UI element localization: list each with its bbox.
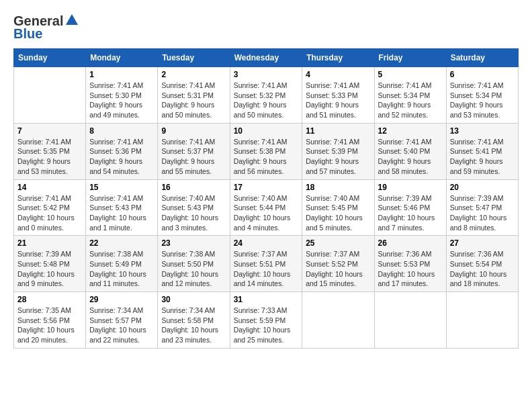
week-row-4: 21Sunrise: 7:39 AMSunset: 5:48 PMDayligh… <box>14 236 519 292</box>
day-number: 18 <box>306 183 370 192</box>
day-info: Sunrise: 7:38 AMSunset: 5:50 PMDaylight:… <box>161 249 226 289</box>
day-number: 4 <box>306 70 370 79</box>
day-cell: 16Sunrise: 7:40 AMSunset: 5:43 PMDayligh… <box>158 179 230 236</box>
day-cell: 19Sunrise: 7:39 AMSunset: 5:46 PMDayligh… <box>374 179 446 236</box>
day-cell: 30Sunrise: 7:34 AMSunset: 5:58 PMDayligh… <box>158 292 230 349</box>
day-number: 30 <box>161 295 226 304</box>
day-info: Sunrise: 7:34 AMSunset: 5:57 PMDaylight:… <box>89 306 154 345</box>
day-number: 31 <box>234 295 299 304</box>
day-number: 17 <box>234 183 299 192</box>
day-info: Sunrise: 7:34 AMSunset: 5:58 PMDaylight:… <box>161 306 226 345</box>
day-number: 11 <box>306 126 370 136</box>
day-cell: 7Sunrise: 7:41 AMSunset: 5:35 PMDaylight… <box>14 123 86 179</box>
day-number: 26 <box>378 238 443 248</box>
day-info: Sunrise: 7:40 AMSunset: 5:44 PMDaylight:… <box>234 193 299 233</box>
day-cell: 3Sunrise: 7:41 AMSunset: 5:32 PMDaylight… <box>230 67 302 124</box>
day-cell: 21Sunrise: 7:39 AMSunset: 5:48 PMDayligh… <box>14 236 86 292</box>
day-info: Sunrise: 7:41 AMSunset: 5:38 PMDaylight:… <box>234 137 299 177</box>
day-info: Sunrise: 7:39 AMSunset: 5:47 PMDaylight:… <box>450 193 515 233</box>
day-info: Sunrise: 7:39 AMSunset: 5:48 PMDaylight:… <box>17 249 82 289</box>
day-number: 27 <box>450 238 515 248</box>
day-info: Sunrise: 7:41 AMSunset: 5:42 PMDaylight:… <box>17 193 82 233</box>
day-cell: 25Sunrise: 7:37 AMSunset: 5:52 PMDayligh… <box>302 236 374 292</box>
day-number: 6 <box>450 70 515 79</box>
header-sunday: Sunday <box>14 49 86 67</box>
day-info: Sunrise: 7:41 AMSunset: 5:36 PMDaylight:… <box>89 137 154 177</box>
day-number: 13 <box>450 126 515 136</box>
logo-icon <box>64 13 79 28</box>
week-row-3: 14Sunrise: 7:41 AMSunset: 5:42 PMDayligh… <box>14 179 519 236</box>
day-cell: 10Sunrise: 7:41 AMSunset: 5:38 PMDayligh… <box>230 123 302 179</box>
header-thursday: Thursday <box>302 49 374 67</box>
logo: General Blue <box>13 13 79 42</box>
day-number: 3 <box>234 70 299 79</box>
day-cell: 29Sunrise: 7:34 AMSunset: 5:57 PMDayligh… <box>86 292 158 349</box>
day-number: 1 <box>89 70 154 79</box>
day-info: Sunrise: 7:40 AMSunset: 5:43 PMDaylight:… <box>161 193 226 233</box>
day-number: 19 <box>378 183 443 192</box>
day-info: Sunrise: 7:41 AMSunset: 5:34 PMDaylight:… <box>378 81 443 120</box>
day-info: Sunrise: 7:33 AMSunset: 5:59 PMDaylight:… <box>234 306 299 345</box>
day-number: 12 <box>378 126 443 136</box>
day-cell: 4Sunrise: 7:41 AMSunset: 5:33 PMDaylight… <box>302 67 374 124</box>
day-number: 28 <box>17 295 82 304</box>
header-monday: Monday <box>86 49 158 67</box>
day-info: Sunrise: 7:37 AMSunset: 5:51 PMDaylight:… <box>234 249 299 289</box>
calendar-table: SundayMondayTuesdayWednesdayThursdayFrid… <box>13 48 519 349</box>
day-cell: 9Sunrise: 7:41 AMSunset: 5:37 PMDaylight… <box>158 123 230 179</box>
week-row-5: 28Sunrise: 7:35 AMSunset: 5:56 PMDayligh… <box>14 292 519 349</box>
day-number: 22 <box>89 238 154 248</box>
week-row-1: 1Sunrise: 7:41 AMSunset: 5:30 PMDaylight… <box>14 67 519 124</box>
day-number: 7 <box>17 126 82 136</box>
day-number: 8 <box>89 126 154 136</box>
day-cell: 28Sunrise: 7:35 AMSunset: 5:56 PMDayligh… <box>14 292 86 349</box>
day-cell: 8Sunrise: 7:41 AMSunset: 5:36 PMDaylight… <box>86 123 158 179</box>
day-info: Sunrise: 7:39 AMSunset: 5:46 PMDaylight:… <box>378 193 443 233</box>
day-number: 21 <box>17 238 82 248</box>
header-friday: Friday <box>374 49 446 67</box>
day-cell: 17Sunrise: 7:40 AMSunset: 5:44 PMDayligh… <box>230 179 302 236</box>
day-number: 29 <box>89 295 154 304</box>
day-cell: 20Sunrise: 7:39 AMSunset: 5:47 PMDayligh… <box>446 179 518 236</box>
day-number: 25 <box>306 238 370 248</box>
day-number: 15 <box>89 183 154 192</box>
day-info: Sunrise: 7:41 AMSunset: 5:35 PMDaylight:… <box>17 137 82 177</box>
day-cell: 6Sunrise: 7:41 AMSunset: 5:34 PMDaylight… <box>446 67 518 124</box>
day-number: 5 <box>378 70 443 79</box>
day-info: Sunrise: 7:41 AMSunset: 5:31 PMDaylight:… <box>161 81 226 120</box>
day-info: Sunrise: 7:41 AMSunset: 5:41 PMDaylight:… <box>450 137 515 177</box>
day-info: Sunrise: 7:41 AMSunset: 5:43 PMDaylight:… <box>89 193 154 233</box>
day-number: 16 <box>161 183 226 192</box>
day-cell: 13Sunrise: 7:41 AMSunset: 5:41 PMDayligh… <box>446 123 518 179</box>
day-info: Sunrise: 7:41 AMSunset: 5:39 PMDaylight:… <box>306 137 370 177</box>
day-cell: 31Sunrise: 7:33 AMSunset: 5:59 PMDayligh… <box>230 292 302 349</box>
page-header: General Blue <box>13 13 519 42</box>
day-info: Sunrise: 7:41 AMSunset: 5:40 PMDaylight:… <box>378 137 443 177</box>
header-tuesday: Tuesday <box>158 49 230 67</box>
day-info: Sunrise: 7:35 AMSunset: 5:56 PMDaylight:… <box>17 306 82 345</box>
day-number: 20 <box>450 183 515 192</box>
day-info: Sunrise: 7:36 AMSunset: 5:53 PMDaylight:… <box>378 249 443 289</box>
day-info: Sunrise: 7:41 AMSunset: 5:30 PMDaylight:… <box>89 81 154 120</box>
day-cell: 26Sunrise: 7:36 AMSunset: 5:53 PMDayligh… <box>374 236 446 292</box>
day-cell <box>302 292 374 349</box>
day-cell: 23Sunrise: 7:38 AMSunset: 5:50 PMDayligh… <box>158 236 230 292</box>
header-saturday: Saturday <box>446 49 518 67</box>
day-cell <box>14 67 86 124</box>
day-info: Sunrise: 7:41 AMSunset: 5:37 PMDaylight:… <box>161 137 226 177</box>
day-number: 2 <box>161 70 226 79</box>
day-info: Sunrise: 7:38 AMSunset: 5:49 PMDaylight:… <box>89 249 154 289</box>
calendar-header-row: SundayMondayTuesdayWednesdayThursdayFrid… <box>14 49 519 67</box>
day-cell: 5Sunrise: 7:41 AMSunset: 5:34 PMDaylight… <box>374 67 446 124</box>
day-number: 23 <box>161 238 226 248</box>
day-cell <box>446 292 518 349</box>
week-row-2: 7Sunrise: 7:41 AMSunset: 5:35 PMDaylight… <box>14 123 519 179</box>
day-info: Sunrise: 7:37 AMSunset: 5:52 PMDaylight:… <box>306 249 370 289</box>
day-number: 14 <box>17 183 82 192</box>
day-cell: 2Sunrise: 7:41 AMSunset: 5:31 PMDaylight… <box>158 67 230 124</box>
day-cell: 24Sunrise: 7:37 AMSunset: 5:51 PMDayligh… <box>230 236 302 292</box>
day-cell: 1Sunrise: 7:41 AMSunset: 5:30 PMDaylight… <box>86 67 158 124</box>
day-cell <box>374 292 446 349</box>
day-info: Sunrise: 7:36 AMSunset: 5:54 PMDaylight:… <box>450 249 515 289</box>
day-info: Sunrise: 7:41 AMSunset: 5:33 PMDaylight:… <box>306 81 370 120</box>
